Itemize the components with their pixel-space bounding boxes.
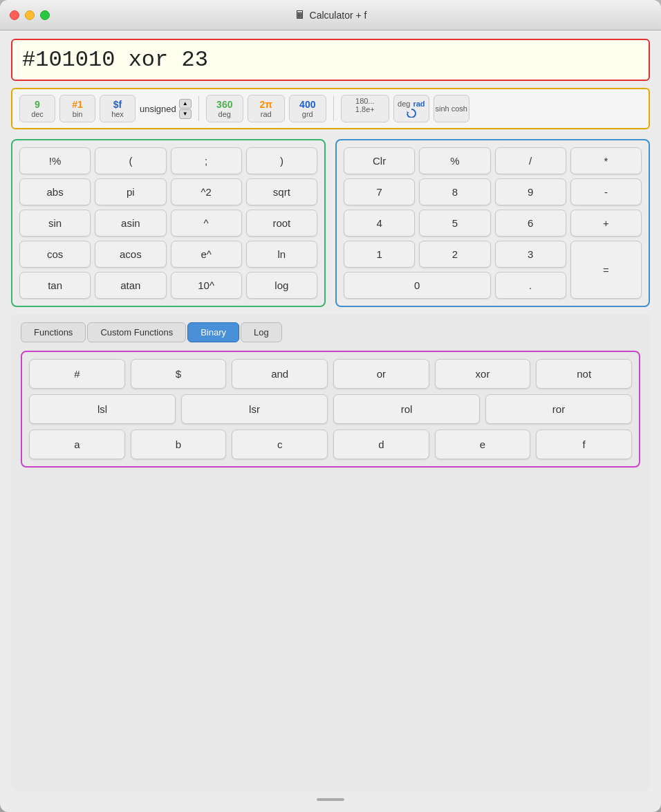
grd-label-angle: grd (302, 110, 313, 118)
svg-marker-0 (407, 111, 409, 113)
func-btn--2[interactable]: ^2 (171, 178, 242, 205)
bin-btn-c[interactable]: c (232, 430, 328, 459)
close-button[interactable] (10, 10, 19, 20)
unsigned-selector: unsigned ▲ ▼ (140, 99, 192, 119)
mode-button[interactable]: 180... 1.8e+ (341, 95, 389, 122)
func-btn-asin[interactable]: asin (95, 210, 166, 237)
func-btn--[interactable]: ) (246, 147, 317, 174)
num-btn--[interactable]: - (570, 178, 642, 205)
num-btn-3[interactable]: 3 (495, 241, 566, 268)
func-btn-acos[interactable]: acos (95, 241, 166, 268)
bin-btn-#[interactable]: # (29, 359, 125, 389)
bin-btn-xor[interactable]: xor (435, 359, 531, 389)
num-btn--[interactable]: . (495, 272, 566, 299)
num-btn--[interactable]: % (419, 147, 490, 174)
num-btn-Clr[interactable]: Clr (344, 147, 415, 174)
stepper-up[interactable]: ▲ (179, 99, 192, 109)
deg-button[interactable]: 360 deg (206, 95, 243, 122)
binary-row-3: abcdef (29, 430, 632, 459)
rad-button[interactable]: 2π rad (248, 95, 285, 122)
func-btn---[interactable]: !% (19, 147, 91, 174)
bin-btn-b[interactable]: b (131, 430, 227, 459)
hex-label: hex (111, 110, 124, 118)
unsigned-label: unsigned (140, 104, 176, 114)
num-btn-2[interactable]: 2 (419, 241, 490, 268)
num-btn-4[interactable]: 4 (344, 210, 415, 237)
bin-number: #1 (72, 99, 83, 110)
hyp-button[interactable]: sinh cosh (434, 95, 469, 122)
num-btn-9[interactable]: 9 (495, 178, 566, 205)
num-btn-6[interactable]: 6 (495, 210, 566, 237)
func-btn-cos[interactable]: cos (19, 241, 91, 268)
deg-toggle-label: deg (398, 100, 410, 108)
window-content: 9 dec #1 bin $f hex unsigned ▲ ▼ (0, 30, 661, 812)
func-btn--[interactable]: ; (171, 147, 242, 174)
func-btn-sin[interactable]: sin (19, 210, 91, 237)
dec-label: dec (31, 110, 44, 118)
num-btn-8[interactable]: 8 (419, 178, 490, 205)
bottom-panel: FunctionsCustom FunctionsBinaryLog #$and… (11, 314, 650, 791)
func-btn--[interactable]: ^ (171, 210, 242, 237)
num-btn--[interactable]: / (495, 147, 566, 174)
bin-btn-f[interactable]: f (536, 430, 632, 459)
sinh-label: sinh (436, 104, 449, 113)
tab-functions[interactable]: Functions (21, 322, 86, 342)
minimize-button[interactable] (25, 10, 35, 20)
func-btn-atan[interactable]: atan (95, 272, 166, 299)
scroll-indicator (317, 798, 344, 801)
bin-btn-a[interactable]: a (29, 430, 125, 459)
unsigned-stepper[interactable]: ▲ ▼ (179, 99, 192, 119)
num-btn--[interactable]: = (570, 241, 642, 299)
bin-btn-or[interactable]: or (333, 359, 429, 389)
refresh-icon (404, 108, 418, 118)
num-btn-1[interactable]: 1 (344, 241, 415, 268)
deg-rad-row: deg rad (398, 100, 425, 108)
display-area (11, 39, 650, 81)
title-bar: 🖩 Calculator + f (0, 0, 661, 30)
binary-row-2: lsllsrrolror (29, 394, 632, 424)
bin-btn-$[interactable]: $ (131, 359, 227, 389)
separator-2 (333, 96, 334, 121)
func-btn-log[interactable]: log (246, 272, 317, 299)
cosh-label: cosh (451, 104, 467, 113)
num-btn-5[interactable]: 5 (419, 210, 490, 237)
tab-binary[interactable]: Binary (187, 322, 239, 342)
func-btn-tan[interactable]: tan (19, 272, 91, 299)
deg-number: 360 (216, 99, 232, 110)
hex-button[interactable]: $f hex (100, 95, 136, 122)
bin-btn-not[interactable]: not (536, 359, 632, 389)
func-btn-ln[interactable]: ln (246, 241, 317, 268)
app-icon: 🖩 (295, 9, 306, 21)
grd-number: 400 (299, 99, 315, 110)
bin-btn-rol[interactable]: rol (333, 394, 480, 424)
bin-btn-d[interactable]: d (333, 430, 429, 459)
deg-rad-toggle[interactable]: deg rad (393, 95, 429, 122)
binary-panel: #$andorxornotlsllsrrolrorabcdef (21, 351, 640, 468)
bin-button[interactable]: #1 bin (59, 95, 95, 122)
mode-bot: 1.8e+ (355, 105, 375, 113)
func-btn-10-[interactable]: 10^ (171, 272, 242, 299)
func-btn-root[interactable]: root (246, 210, 317, 237)
bin-btn-e[interactable]: e (435, 430, 531, 459)
grd-button[interactable]: 400 grd (289, 95, 326, 122)
tab-custom-functions[interactable]: Custom Functions (87, 322, 186, 342)
maximize-button[interactable] (40, 10, 50, 20)
func-btn--[interactable]: ( (95, 147, 166, 174)
bin-btn-lsr[interactable]: lsr (181, 394, 328, 424)
func-btn-abs[interactable]: abs (19, 178, 91, 205)
num-btn--[interactable]: * (570, 147, 642, 174)
dec-button[interactable]: 9 dec (19, 95, 55, 122)
bin-btn-ror[interactable]: ror (485, 394, 632, 424)
num-btn--[interactable]: + (570, 210, 642, 237)
tab-log[interactable]: Log (241, 322, 282, 342)
func-btn-pi[interactable]: pi (95, 178, 166, 205)
bin-btn-and[interactable]: and (232, 359, 328, 389)
rad-label-angle: rad (261, 110, 272, 118)
func-btn-e-[interactable]: e^ (171, 241, 242, 268)
func-btn-sqrt[interactable]: sqrt (246, 178, 317, 205)
num-btn-0[interactable]: 0 (344, 272, 491, 299)
bin-btn-lsl[interactable]: lsl (29, 394, 176, 424)
stepper-down[interactable]: ▼ (179, 109, 192, 119)
display-input[interactable] (22, 47, 639, 73)
num-btn-7[interactable]: 7 (344, 178, 415, 205)
